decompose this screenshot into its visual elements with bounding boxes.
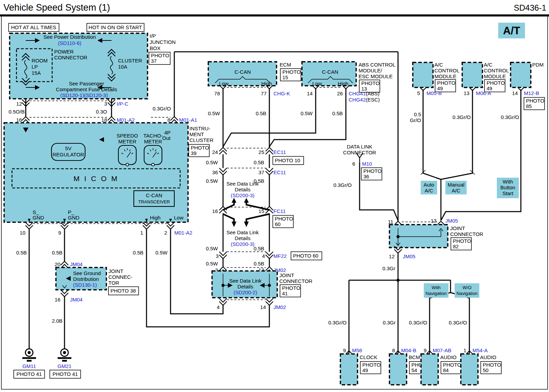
conn-m01a1: M01-A1 (179, 117, 197, 123)
page-title: Vehicle Speed System (1) (3, 2, 110, 13)
cluster-label-2: MENT (189, 131, 204, 137)
conn-fc11: FC11 (273, 208, 286, 214)
conn-m07ab: M07-AB (433, 347, 451, 353)
ac1-name-2: CONTROL (434, 68, 459, 73)
jm02-see-ref: (SD200-2) (233, 289, 257, 295)
high-label: High (150, 215, 161, 221)
conn-jm02: JM02 (273, 304, 286, 310)
photo82-label: PHOTO (453, 238, 471, 244)
audio2-label: AUDIO (480, 354, 497, 360)
wire-05w: 0.5W (206, 159, 218, 165)
pin-14: 14 (260, 304, 266, 310)
pin-9: 9 (424, 347, 427, 353)
pin-9: 9 (58, 230, 61, 236)
wire-03gro: 0.3Gr/O (409, 320, 427, 325)
see-power-distribution: See Power Distribution (44, 34, 96, 40)
jm02-joint-label: JOINT (279, 272, 294, 278)
conn-m01a2-bottom: M01-A2 (174, 230, 192, 236)
regulator-label-1: 5V (65, 145, 71, 151)
ecm-name: ECM (280, 62, 291, 68)
jm04-joint-label: JOINT (108, 268, 123, 274)
photo60-label: PHOTO (275, 216, 293, 222)
conn-m54a: M54-A (472, 347, 488, 353)
manual-ac-label-2: A/C (452, 188, 460, 193)
conn-m10: M10 (362, 161, 372, 167)
abs-name-3: ESC MODULE (359, 73, 393, 79)
pin-16: 16 (16, 117, 22, 123)
conn-ec11: EC11 (273, 169, 286, 175)
pin-3: 3 (216, 253, 219, 259)
cluster-label-3: CLUSTER (189, 137, 213, 143)
audio1-label: AUDIO (440, 354, 457, 360)
photo84-label: PHOTO (443, 362, 461, 368)
tachometer-label-1: TACHO- (143, 133, 163, 139)
conn-jm04: JM04 (70, 297, 83, 302)
ground-region: 20 JM04 See Ground Distribution (SD130-1… (14, 261, 139, 378)
see-data-link-1: See Data Link (226, 229, 259, 235)
photo37-num: 37 (151, 58, 157, 64)
page-code: SD436-1 (514, 3, 546, 12)
abs-conn-2: CHG42 (349, 97, 366, 103)
photo13-label: PHOTO (361, 80, 379, 86)
photo41-label: PHOTO (282, 285, 300, 291)
low-label: Low (174, 215, 184, 221)
pin-20: 20 (55, 261, 60, 267)
auto-ac-label-1: Auto (424, 182, 434, 188)
ecm-conn: CHG-K (273, 91, 290, 96)
with-nav-label-2: Navigation (425, 291, 446, 296)
conn-jm05: JM05 (403, 253, 416, 259)
pin-16: 16 (212, 208, 218, 214)
see-passenger-ref: (SD120-1)(SD120-3) (60, 92, 108, 98)
ac2-name-2: CONTROL (484, 68, 509, 73)
arrow-up-icon (244, 198, 249, 203)
fuse-lp-label: LP (32, 64, 38, 70)
pin-1: 1 (140, 230, 143, 236)
wire-03gro: 0.3Gr/O (328, 320, 347, 325)
ecm-pin-77: 77 (261, 91, 267, 96)
conn-m05b: M05-B (427, 90, 442, 96)
conn-m12b: M12-B (524, 90, 539, 96)
at-badge-label: A/T (503, 25, 520, 37)
ipjb-label-1: I/P (150, 33, 156, 39)
wire-05w: 0.5W (301, 110, 313, 116)
photo41-gm21-label: PHOTO 41 (52, 371, 78, 377)
abs-conn-1: CHG41 (349, 91, 366, 96)
abs-region: C-CAN Low High ABS CONTROL MODULE/ ESC M… (301, 62, 396, 116)
ac-pdm-region: A/C CONTROL MODULE PHOTO 49 5 M05-B 0.5 … (410, 62, 545, 198)
photo41-num: 41 (282, 290, 288, 296)
photo37-label: PHOTO (151, 52, 169, 58)
wbs-label-2: Button (500, 185, 515, 190)
pin-5: 5 (417, 90, 420, 96)
gm11-label: GM11 (22, 363, 36, 369)
wire-03gro: 0.3Gr/O (449, 320, 467, 325)
jm02-connector-label: CONNECTOR (279, 278, 313, 284)
pin-24: 24 (212, 149, 218, 155)
wire-03gr: 0.3Gr (383, 320, 396, 325)
wire-03gro: 0.3Gr/O (453, 114, 471, 120)
see-power-distribution-ref: (SD110-6) (58, 40, 81, 46)
dlc-name-2: CONNECTOR (343, 150, 376, 155)
wire-03o: 0.3O (96, 109, 107, 115)
jm04-connec-label: CONNEC- (108, 274, 132, 280)
photo84-num: 84 (443, 367, 449, 373)
wire-05b: 0.5B (254, 261, 264, 266)
wire-05w: 0.5W (208, 110, 220, 116)
see-data-link-2: Details (235, 187, 250, 192)
conn-jm04: JM04 (70, 261, 83, 267)
sgnd-label-2: GND (33, 215, 44, 221)
ac2-name-1: A/C (484, 62, 492, 68)
bcm-label: BCM (409, 354, 420, 360)
pin-36: 36 (212, 169, 218, 175)
photo54-num: 54 (411, 367, 417, 373)
conn-m06a: M06-A (476, 90, 491, 96)
ac-control-module-1-box (413, 62, 433, 87)
abs-conn-1-suffix: (ABS) (366, 91, 379, 96)
wire-05b: 0.5B (256, 110, 266, 116)
photo36-num: 36 (363, 174, 369, 179)
wire-05b: 0.5B (133, 250, 143, 256)
arrow-up-icon (232, 198, 236, 203)
see-ground-ref: (SD130-1) (73, 282, 97, 288)
power-connector-label-1: POWER (54, 49, 74, 55)
abs-pin-14: 14 (307, 91, 313, 96)
transceiver-label-2: TRANSCEIVER (138, 199, 170, 204)
